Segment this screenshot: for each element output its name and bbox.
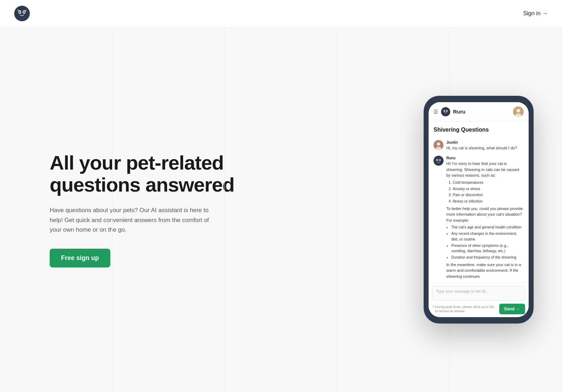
svg-point-0 <box>14 6 30 21</box>
svg-point-20 <box>440 160 440 160</box>
ai-name: Ruru <box>446 156 524 160</box>
user-chat-avatar <box>434 140 443 150</box>
phone-screen: ☰ Ruru <box>429 102 529 318</box>
hint-text: During peak times, please allow up to 30… <box>435 305 496 314</box>
svg-point-19 <box>437 160 437 160</box>
chat-title: Shivering Questions <box>434 127 524 133</box>
send-label: Send <box>504 307 514 311</box>
send-arrow-icon: → <box>516 307 520 311</box>
svg-point-9 <box>446 110 447 111</box>
app-logo-icon <box>14 6 30 21</box>
bullet-3: Presence of other symptoms (e.g., vomiti… <box>451 243 524 254</box>
navbar: Sign in → <box>0 0 562 27</box>
chat-area: Shivering Questions Justin Hi <box>429 122 529 283</box>
svg-point-11 <box>517 109 520 112</box>
svg-point-3 <box>19 11 21 13</box>
list-item-4: Illness or infection <box>453 199 524 204</box>
svg-point-4 <box>23 11 25 13</box>
logo-container[interactable] <box>14 6 30 21</box>
hero-subtitle: Have questions about your pets? Our AI a… <box>50 205 220 234</box>
user-name: Justin <box>446 140 524 144</box>
send-button[interactable]: Send → <box>499 304 525 314</box>
list-item-2: Anxiety or stress <box>453 186 524 192</box>
ai-chat-avatar <box>434 156 443 166</box>
list-item-1: Cold temperatures <box>453 180 524 186</box>
hero-title: All your pet-related questions answered <box>50 152 238 195</box>
bullet-2: Any recent changes in the environment, d… <box>451 231 524 242</box>
chat-message-ai: Ruru Hi! I'm sorry to hear that your cat… <box>434 156 524 279</box>
free-signup-button[interactable]: Free sign up <box>50 249 110 267</box>
ai-message-text: Hi! I'm sorry to hear that your cat is s… <box>446 161 524 279</box>
phone-mockup: ☰ Ruru <box>424 96 534 324</box>
list-item-3: Pain or discomfort <box>453 192 524 198</box>
hint-icon: ? <box>432 305 434 310</box>
phone-brand-name: Ruru <box>453 109 510 115</box>
bullet-4: Duration and frequency of the shivering <box>451 255 524 260</box>
chat-input-bottom: ? During peak times, please allow up to … <box>432 304 525 314</box>
user-message-text: Hi, my cat is shivering, what should I d… <box>446 145 524 151</box>
hero-right: ☰ Ruru <box>424 96 534 324</box>
sign-in-link[interactable]: Sign in → <box>523 10 548 17</box>
chat-input-area: Type your message to the AI... ? During … <box>429 283 529 317</box>
ai-message-bubble: Ruru Hi! I'm sorry to hear that your cat… <box>446 156 524 279</box>
svg-point-16 <box>434 156 443 166</box>
user-avatar-small <box>513 106 524 117</box>
hero-left: All your pet-related questions answered … <box>50 152 238 267</box>
chat-message-user: Justin Hi, my cat is shivering, what sho… <box>434 140 524 151</box>
user-message-bubble: Justin Hi, my cat is shivering, what sho… <box>446 140 524 151</box>
phone-logo-icon <box>441 107 450 116</box>
svg-point-14 <box>437 142 440 145</box>
menu-icon: ☰ <box>434 109 438 115</box>
chat-hint: ? During peak times, please allow up to … <box>432 305 496 314</box>
bullet-1: The cat's age and general health conditi… <box>451 225 524 230</box>
phone-topbar: ☰ Ruru <box>429 102 529 122</box>
hero-section: All your pet-related questions answered … <box>0 27 562 392</box>
chat-input-placeholder[interactable]: Type your message to the AI... <box>432 286 525 301</box>
svg-point-8 <box>444 110 445 111</box>
svg-point-5 <box>441 107 450 116</box>
